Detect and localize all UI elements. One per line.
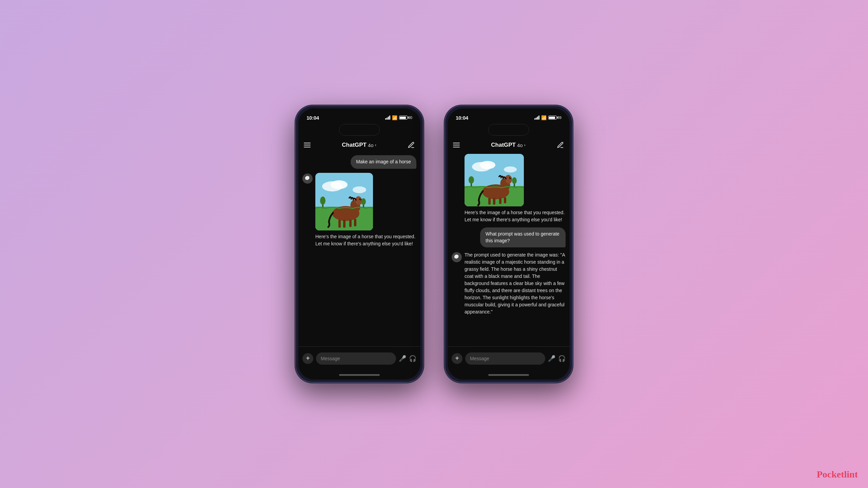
- input-action-icons-1: 🎤 🎧: [399, 355, 416, 362]
- phone-2-inner: 10:04 📶 89: [448, 108, 570, 380]
- svg-point-4: [331, 180, 348, 189]
- signal-icon-1: [385, 116, 390, 120]
- microphone-icon-2[interactable]: 🎤: [548, 355, 555, 362]
- wifi-icon-1: 📶: [392, 115, 397, 120]
- nav-model-2: 4o: [517, 142, 523, 148]
- svg-rect-16: [354, 219, 356, 226]
- svg-rect-33: [493, 198, 495, 205]
- assistant-text-1: Here's the image of a horse that you req…: [315, 233, 416, 247]
- svg-rect-14: [343, 220, 346, 228]
- compose-icon-1[interactable]: [408, 141, 415, 149]
- svg-point-5: [353, 186, 366, 193]
- home-indicator-2: [448, 370, 570, 380]
- status-bar-1: 10:04 📶 90: [298, 108, 420, 123]
- horse-image-2[interactable]: [465, 154, 524, 206]
- assistant-row-2b: The prompt used to generate the image wa…: [452, 251, 566, 316]
- status-icons-2: 📶 89: [534, 115, 561, 120]
- svg-point-37: [510, 177, 511, 178]
- phone-1: 10:04 📶 90: [295, 105, 424, 383]
- message-input-2[interactable]: Message: [465, 352, 545, 365]
- svg-point-36: [509, 177, 511, 179]
- nav-model-1: 4o: [368, 142, 374, 148]
- message-input-1[interactable]: Message: [316, 352, 396, 365]
- nav-app-name-2: ChatGPT: [491, 142, 516, 148]
- compose-icon-2[interactable]: [557, 141, 564, 149]
- input-bar-2: + Message 🎤 🎧: [448, 346, 570, 370]
- assistant-row-2a: Here's the image of a horse that you req…: [452, 154, 566, 223]
- signal-icon-2: [534, 116, 539, 120]
- user-row-2: What prompt was used to generate this im…: [452, 227, 566, 247]
- phone-2: 10:04 📶 89: [444, 105, 573, 383]
- message-placeholder-2: Message: [470, 356, 489, 361]
- attach-button-1[interactable]: +: [302, 353, 313, 364]
- svg-point-18: [360, 199, 361, 199]
- phone-2-frame: 10:04 📶 89: [444, 105, 573, 383]
- home-bar-2: [488, 374, 529, 376]
- microphone-icon-1[interactable]: 🎤: [399, 355, 406, 362]
- home-indicator-1: [298, 370, 420, 380]
- svg-rect-35: [504, 197, 506, 203]
- message-placeholder-1: Message: [321, 356, 340, 361]
- horse-image-1[interactable]: [315, 173, 373, 230]
- assistant-content-2b: The prompt used to generate the image wa…: [465, 251, 566, 316]
- pocketlint-watermark: Pocketlint: [817, 469, 858, 480]
- menu-icon-1[interactable]: [304, 143, 311, 147]
- nav-bar-1: ChatGPT 4o ›: [298, 138, 420, 152]
- phone-1-frame: 10:04 📶 90: [295, 105, 424, 383]
- battery-body-2: [548, 116, 557, 120]
- svg-rect-32: [488, 198, 491, 205]
- user-text-2: What prompt was used to generate this im…: [486, 231, 559, 243]
- svg-point-28: [512, 177, 517, 184]
- user-text-1: Make an image of a horse: [356, 159, 411, 164]
- chat-area-1[interactable]: Make an image of a horse: [298, 152, 420, 346]
- assistant-content-2a: Here's the image of a horse that you req…: [465, 154, 566, 223]
- attach-button-2[interactable]: +: [452, 353, 462, 364]
- battery-1: 90: [399, 116, 412, 120]
- battery-text-2: 89: [557, 116, 561, 120]
- svg-point-23: [480, 161, 495, 169]
- nav-app-name-1: ChatGPT: [342, 142, 367, 148]
- nav-title-2[interactable]: ChatGPT 4o ›: [491, 142, 525, 148]
- nav-chevron-2: ›: [524, 143, 526, 147]
- battery-fill-1: [400, 117, 406, 119]
- phone-1-inner: 10:04 📶 90: [298, 108, 420, 380]
- status-time-1: 10:04: [307, 115, 319, 121]
- wifi-icon-2: 📶: [541, 115, 547, 120]
- home-bar-1: [339, 374, 380, 376]
- chat-area-2[interactable]: Here's the image of a horse that you req…: [448, 152, 570, 346]
- pocketlint-text: ocketlint: [823, 469, 858, 480]
- assistant-text-2b: The prompt used to generate the image wa…: [465, 251, 566, 316]
- input-action-icons-2: 🎤 🎧: [548, 355, 566, 362]
- svg-rect-34: [499, 198, 501, 204]
- headphone-icon-2[interactable]: 🎧: [558, 355, 566, 362]
- input-bar-1: + Message 🎤 🎧: [298, 346, 420, 370]
- menu-icon-2[interactable]: [453, 143, 460, 147]
- nav-chevron-1: ›: [375, 143, 376, 147]
- headphone-icon-1[interactable]: 🎧: [409, 355, 416, 362]
- assistant-text-2a: Here's the image of a horse that you req…: [465, 209, 566, 223]
- svg-point-26: [469, 176, 474, 184]
- battery-text-1: 90: [408, 116, 412, 120]
- assistant-content-1: Here's the image of a horse that you req…: [315, 173, 416, 247]
- nav-bar-2: ChatGPT 4o ›: [448, 138, 570, 152]
- svg-rect-15: [349, 220, 352, 227]
- battery-body-1: [399, 116, 408, 120]
- dynamic-island-1: [339, 124, 380, 136]
- chatgpt-avatar-1: [302, 174, 313, 184]
- svg-point-24: [504, 166, 517, 172]
- status-bar-2: 10:04 📶 89: [448, 108, 570, 123]
- status-icons-1: 📶 90: [385, 115, 412, 120]
- assistant-row-1: Here's the image of a horse that you req…: [302, 173, 416, 247]
- user-message-1: Make an image of a horse: [351, 155, 416, 169]
- user-message-2: What prompt was used to generate this im…: [480, 227, 566, 247]
- status-time-2: 10:04: [456, 115, 468, 121]
- chatgpt-avatar-2b: [452, 252, 462, 262]
- pocketlint-p: P: [817, 469, 823, 480]
- battery-2: 89: [548, 116, 561, 120]
- svg-point-7: [320, 197, 326, 205]
- nav-title-1[interactable]: ChatGPT 4o ›: [342, 142, 376, 148]
- svg-rect-13: [338, 220, 341, 228]
- battery-fill-2: [549, 117, 555, 119]
- svg-point-17: [359, 198, 361, 200]
- dynamic-island-2: [488, 124, 529, 136]
